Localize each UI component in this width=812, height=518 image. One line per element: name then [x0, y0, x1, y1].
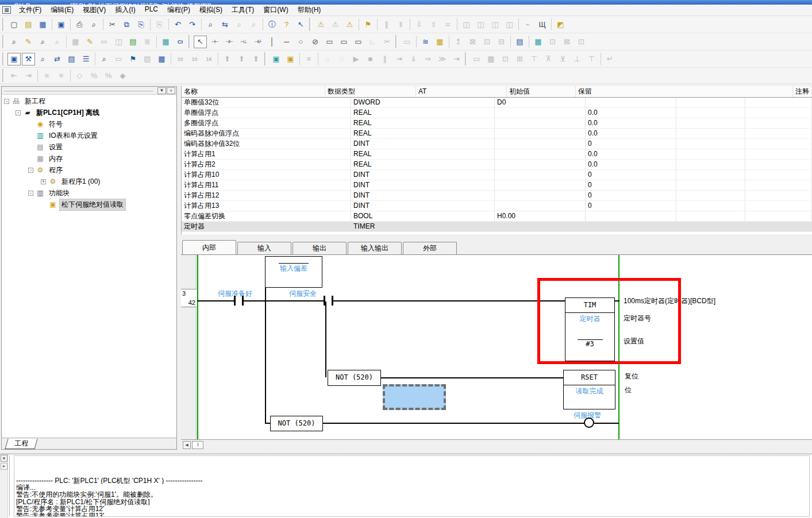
cell-name[interactable]: 计算占用10 [182, 170, 351, 180]
cell-datatype[interactable]: DINT [351, 180, 495, 190]
program-mode-icon[interactable]: ◫ [503, 18, 516, 31]
table-row[interactable]: 编码器脉冲值浮点 REAL 0.0 [182, 129, 812, 139]
debug-mode-icon[interactable]: ◫ [488, 18, 502, 31]
table-row[interactable]: 计算占用12 DINT 0 [182, 191, 812, 201]
io-monitor-1-icon[interactable]: ▭ [470, 53, 483, 65]
cell-datatype[interactable]: TIMER [351, 222, 495, 231]
force-on-icon[interactable]: ⬆ [221, 53, 234, 65]
cell-retain[interactable] [676, 180, 745, 190]
tree-item[interactable]: + ⚙ 新程序1 (00) [2, 176, 176, 187]
cell-name[interactable]: 单圈值32位 [182, 98, 351, 107]
cell-datatype[interactable]: REAL [351, 108, 495, 118]
menu-item[interactable]: 编辑(E) [46, 3, 78, 17]
fb-check-icon[interactable]: ⊡ [480, 36, 494, 48]
cell-name[interactable]: 计算占用11 [182, 180, 351, 190]
paste-attributes-icon[interactable]: ⎘ [153, 18, 166, 31]
selection-marquee[interactable] [383, 384, 446, 410]
cell-initial[interactable]: 0 [586, 201, 676, 211]
copy-icon[interactable]: ⧉ [120, 18, 133, 31]
delete-horizontal-icon[interactable]: ✂ [380, 36, 394, 48]
rset-operand[interactable]: 读取完成 [564, 386, 615, 396]
table-row[interactable]: 定时器 TIMER [182, 222, 812, 232]
zoom-out-icon[interactable]: ⌕ [36, 36, 49, 48]
not-instruction-1[interactable]: NOT (520) [328, 370, 381, 386]
differential-monitor-icon[interactable]: ⌁ [521, 18, 534, 31]
browse-icon[interactable]: ▭ [401, 36, 414, 48]
cell-comment[interactable] [745, 211, 812, 221]
new-or-contact-icon[interactable]: ⊣⊥ [237, 36, 250, 48]
new-closed-coil-icon[interactable]: ⊘ [309, 36, 322, 48]
new-coil-icon[interactable]: ○ [294, 36, 307, 48]
about-icon[interactable]: ⓘ [265, 18, 279, 31]
output-grip[interactable] [9, 455, 12, 516]
compare-with-plc-icon[interactable]: ≍ [441, 18, 455, 31]
layers-icon[interactable]: ≋ [419, 36, 432, 48]
column-header[interactable]: 保留 [576, 86, 793, 97]
table-row[interactable]: 计算占用11 DINT 0 [182, 180, 812, 191]
zoom-in-icon[interactable]: ⌕ [7, 36, 21, 48]
cell-datatype[interactable]: DINT [351, 170, 495, 180]
tree-item-label[interactable]: 新工程 [23, 96, 47, 107]
scroll-left-arrow[interactable]: ◀ [183, 441, 191, 449]
cross-reference-icon[interactable]: ≣ [141, 36, 154, 48]
fb-tab[interactable]: 输出 [293, 242, 347, 254]
table-row[interactable]: 计算占用13 DINT 0 [182, 201, 812, 211]
io-table-tool-icon[interactable]: ▭ [112, 53, 125, 65]
cell-initial[interactable]: 0 [586, 191, 676, 200]
cell-name[interactable]: 定时器 [182, 222, 351, 231]
window-output-icon[interactable]: ⚒ [22, 53, 35, 65]
fb-online-4-icon[interactable]: ◆ [116, 69, 129, 82]
fb-tab[interactable]: 输入输出 [348, 242, 402, 254]
column-header[interactable]: AT [416, 86, 507, 97]
sim-step-run-icon[interactable]: ⇓ [407, 53, 420, 65]
paste-icon[interactable]: ⎘ [134, 18, 148, 31]
cell-at[interactable] [495, 160, 586, 169]
cell-at[interactable] [495, 201, 586, 211]
compile-all-icon[interactable]: ⚠ [329, 18, 342, 31]
print-icon[interactable]: ⎙ [73, 18, 86, 31]
address-list-icon[interactable]: ▤ [513, 36, 526, 48]
tree-item-label[interactable]: 符号 [47, 119, 64, 130]
table-row[interactable]: 计算占用10 DINT 0 [182, 170, 812, 180]
panel-grip[interactable] [4, 90, 153, 91]
fb-online-1-icon[interactable]: ◇ [73, 69, 86, 82]
new-closed-contact-icon[interactable]: ⊣/⊢ [222, 36, 236, 48]
replace-icon[interactable]: ⇆ [218, 18, 232, 31]
horizontal-tool-icon[interactable]: ─ [280, 36, 293, 48]
monitor-mode-icon[interactable]: ◫ [474, 18, 487, 31]
cell-datatype[interactable]: REAL [351, 149, 495, 159]
fb-remove-icon[interactable]: ⊟ [495, 36, 508, 48]
time-chart-monitor-icon[interactable]: Щ [536, 18, 549, 31]
online-simulator-icon[interactable]: ⚑ [361, 18, 375, 31]
compile-icon[interactable]: ⚠ [314, 18, 328, 31]
timer-tool-2-icon[interactable]: ⊼ [542, 53, 555, 65]
select-tool-icon[interactable]: ↖ [194, 36, 207, 48]
cell-datatype[interactable]: DINT [351, 201, 495, 211]
cell-comment[interactable] [745, 180, 812, 190]
find-next-icon[interactable]: ⌕ [247, 18, 260, 31]
table-row[interactable]: 计算占用1 REAL 0.0 [182, 149, 812, 160]
cell-name[interactable]: 计算占用1 [182, 149, 351, 159]
cell-comment[interactable] [745, 222, 812, 231]
cell-retain[interactable] [676, 191, 745, 200]
force-cancel-icon[interactable]: ⬆ [249, 53, 263, 65]
help-icon[interactable]: ? [280, 18, 293, 31]
multiple-online-icon[interactable]: ≡ [302, 53, 315, 65]
io-monitor-2-icon[interactable]: ▦ [484, 53, 498, 65]
timer-tool-4-icon[interactable]: ⊥ [571, 53, 584, 65]
cell-retain[interactable] [676, 160, 745, 169]
table-row[interactable]: 零点偏差切换 BOOL H0.00 [182, 211, 812, 222]
window-address-ref-icon[interactable]: ▤ [65, 53, 78, 65]
cell-at[interactable] [495, 191, 586, 200]
menu-item[interactable]: PLC [140, 3, 163, 17]
menu-item[interactable]: 插入(I) [110, 3, 140, 17]
delete-vertical-icon[interactable]: ∟ [366, 36, 379, 48]
tree-item[interactable]: ◉ 符号 [2, 118, 176, 130]
tree-item-label[interactable]: 程序 [47, 165, 64, 176]
new-instruction-2-icon[interactable]: ▭ [337, 36, 351, 48]
return-icon[interactable]: ↵ [603, 53, 617, 65]
window-cross-ref-icon[interactable]: ⇄ [51, 53, 64, 65]
menu-item[interactable]: 文件(F) [14, 3, 46, 17]
align-top-icon[interactable]: ≡ [40, 69, 53, 82]
pou-grid-icon[interactable]: ▦ [155, 53, 168, 65]
